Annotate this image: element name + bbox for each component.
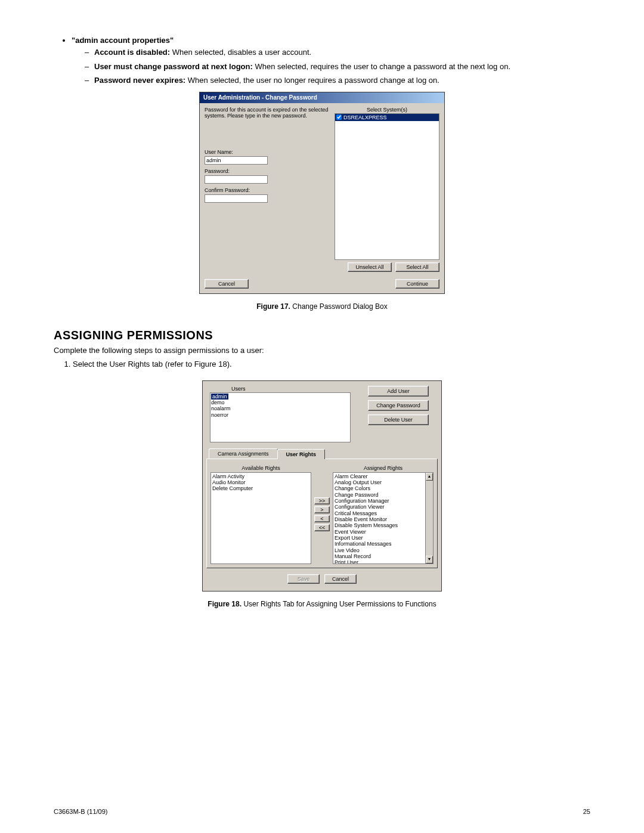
list-item[interactable]: Alarm Activity [212, 473, 309, 479]
admin-account-properties-list: "admin account properties" Account is di… [72, 36, 590, 86]
available-rights-list[interactable]: Alarm Activity Audio Monitor Delete Comp… [210, 472, 311, 564]
bullet-2-rest: When selected, requires the user to chan… [255, 62, 510, 71]
list-item[interactable]: Live Video [335, 547, 425, 553]
list-item[interactable]: Critical Messages [335, 510, 425, 516]
systems-list[interactable]: DSREALXPRESS [335, 113, 439, 260]
username-label: User Name: [205, 149, 330, 155]
username-input[interactable] [205, 156, 268, 165]
list-item[interactable]: Disable System Messages [335, 522, 425, 528]
list-item[interactable]: Event Viewer [335, 529, 425, 535]
users-list[interactable]: admin demo noalarm noerror [210, 392, 351, 442]
figure-18-caption: Figure 18. User Rights Tab for Assigning… [54, 600, 590, 608]
list-item[interactable]: Alarm Clearer [335, 473, 425, 479]
change-password-dialog: User Administration - Change Password Pa… [199, 92, 445, 294]
continue-button[interactable]: Continue [395, 279, 439, 289]
save-button: Save [287, 574, 320, 584]
bullet-1-rest: When selected, disables a user account. [172, 48, 311, 57]
tab-camera-assignments[interactable]: Camera Assignments [209, 448, 278, 459]
dialog-title: User Administration - Change Password [200, 92, 444, 103]
move-left-button[interactable]: < [314, 515, 330, 522]
steps-list: Select the User Rights tab (refer to Fig… [73, 360, 590, 368]
password-label: Password: [205, 168, 330, 174]
system-row[interactable]: DSREALXPRESS [335, 114, 439, 121]
footer-page-number: 25 [583, 808, 590, 815]
scroll-up-icon[interactable]: ▲ [426, 473, 433, 481]
user-rights-panel: Available Rights Alarm Activity Audio Mo… [206, 459, 438, 568]
list-item[interactable]: Analog Output User [335, 479, 425, 485]
footer-left: C3663M-B (11/09) [54, 808, 108, 815]
list-item[interactable]: Export User [335, 535, 425, 541]
list-item[interactable]: Change Password [335, 492, 425, 498]
move-all-right-button[interactable]: >> [314, 497, 330, 504]
unselect-all-button[interactable]: Unselect All [348, 262, 392, 272]
list-item[interactable]: Print User [335, 559, 425, 563]
list-item[interactable]: Disable Event Monitor [335, 516, 425, 522]
select-all-button[interactable]: Select All [395, 262, 439, 272]
assigning-permissions-heading: ASSIGNING PERMISSIONS [54, 329, 590, 342]
confirm-password-label: Confirm Password: [205, 187, 330, 193]
list-item[interactable]: Manual Record [335, 553, 425, 559]
user-item-selected[interactable]: admin [211, 394, 228, 400]
bullet-3-rest: When selected, the user no longer requir… [188, 76, 439, 85]
system-name: DSREALXPRESS [343, 114, 387, 120]
move-right-button[interactable]: > [314, 506, 330, 513]
confirm-password-input[interactable] [205, 194, 268, 203]
list-item[interactable]: Configuration Viewer [335, 504, 425, 510]
user-rights-dialog: Users admin demo noalarm noerror Add Use… [202, 380, 442, 592]
list-item[interactable]: Delete Computer [212, 485, 309, 491]
change-password-button[interactable]: Change Password [368, 400, 429, 411]
tab-user-rights[interactable]: User Rights [277, 449, 326, 459]
user-item[interactable]: noerror [211, 412, 349, 418]
bullet-1-bold: Account is disabled: [94, 48, 170, 57]
scrollbar[interactable]: ▲ ▼ [425, 473, 433, 563]
list-item[interactable]: Configuration Manager [335, 498, 425, 504]
bullet-2-bold: User must change password at next logon: [94, 62, 253, 71]
system-checkbox[interactable] [336, 114, 342, 120]
bullet-main: "admin account properties" [72, 36, 174, 45]
assigning-permissions-lead: Complete the following steps to assign p… [54, 346, 590, 355]
user-item[interactable]: demo [211, 400, 349, 405]
assigned-rights-header: Assigned Rights [333, 465, 434, 471]
add-user-button[interactable]: Add User [368, 386, 429, 397]
users-label: Users [231, 386, 351, 392]
user-item[interactable]: noalarm [211, 405, 349, 411]
cancel-button-2[interactable]: Cancel [324, 574, 357, 584]
bullet-3-bold: Password never expires: [94, 76, 185, 85]
delete-user-button[interactable]: Delete User [368, 414, 429, 425]
list-item[interactable]: Audio Monitor [212, 479, 309, 485]
available-rights-header: Available Rights [210, 465, 311, 471]
figure-17-caption: Figure 17. Change Password Dialog Box [54, 302, 590, 311]
select-systems-header: Select System(s) [335, 107, 439, 113]
assigned-rights-list[interactable]: Alarm Clearer Analog Output User Change … [333, 472, 434, 564]
move-all-left-button[interactable]: << [314, 524, 330, 531]
scroll-down-icon[interactable]: ▼ [426, 556, 433, 563]
list-item[interactable]: Informational Messages [335, 541, 425, 547]
password-input[interactable] [205, 175, 268, 184]
page-footer: C3663M-B (11/09) 25 [54, 808, 590, 815]
step-1: Select the User Rights tab (refer to Fig… [73, 360, 590, 368]
cancel-button[interactable]: Cancel [205, 279, 249, 289]
list-item[interactable]: Change Colors [335, 485, 425, 491]
dialog-message: Password for this account is expired on … [205, 107, 330, 120]
